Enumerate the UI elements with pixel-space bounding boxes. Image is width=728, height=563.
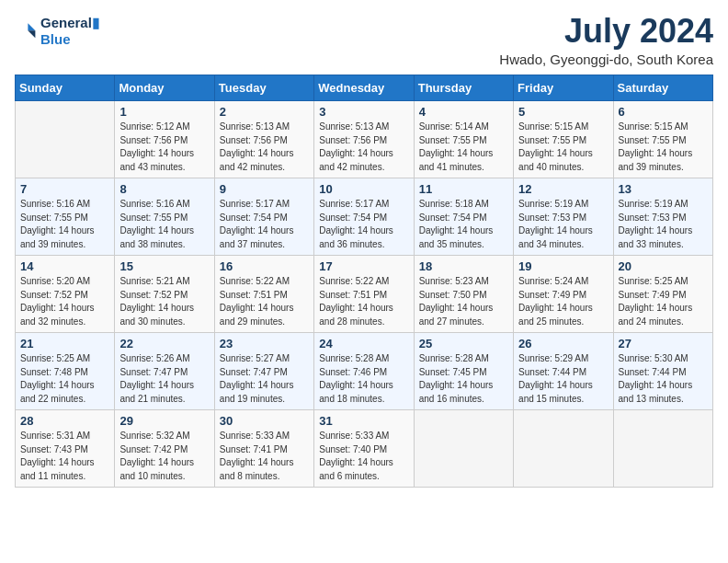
day-number: 12 [518,182,608,196]
week-row-1: 1Sunrise: 5:12 AM Sunset: 7:56 PM Daylig… [16,101,713,178]
calendar-cell: 11Sunrise: 5:18 AM Sunset: 7:54 PM Dayli… [414,178,513,256]
day-info: Sunrise: 5:28 AM Sunset: 7:46 PM Dayligh… [319,352,408,406]
calendar-cell: 25Sunrise: 5:28 AM Sunset: 7:45 PM Dayli… [414,333,513,410]
day-number: 3 [319,105,408,119]
day-info: Sunrise: 5:24 AM Sunset: 7:49 PM Dayligh… [518,275,608,328]
calendar-cell: 12Sunrise: 5:19 AM Sunset: 7:53 PM Dayli… [514,178,613,256]
day-info: Sunrise: 5:31 AM Sunset: 7:43 PM Dayligh… [20,430,109,483]
calendar-cell: 29Sunrise: 5:32 AM Sunset: 7:42 PM Dayli… [115,410,214,488]
calendar-cell: 19Sunrise: 5:24 AM Sunset: 7:49 PM Dayli… [514,256,613,333]
calendar-cell: 20Sunrise: 5:25 AM Sunset: 7:49 PM Dayli… [613,256,712,333]
calendar-cell: 4Sunrise: 5:14 AM Sunset: 7:55 PM Daylig… [414,101,513,178]
day-number: 6 [619,105,708,119]
calendar: SundayMondayTuesdayWednesdayThursdayFrid… [15,75,713,488]
logo-text: General▮ Blue [40,15,99,47]
weekday-header-saturday: Saturday [613,75,712,101]
day-info: Sunrise: 5:19 AM Sunset: 7:53 PM Dayligh… [518,198,608,251]
weekday-header-tuesday: Tuesday [214,75,313,101]
day-info: Sunrise: 5:25 AM Sunset: 7:49 PM Dayligh… [619,275,708,328]
day-number: 22 [119,337,209,350]
day-info: Sunrise: 5:29 AM Sunset: 7:44 PM Dayligh… [518,352,608,406]
logo-icon [15,20,37,42]
calendar-cell: 21Sunrise: 5:25 AM Sunset: 7:48 PM Dayli… [16,333,115,410]
day-number: 10 [319,182,408,196]
calendar-cell: 14Sunrise: 5:20 AM Sunset: 7:52 PM Dayli… [16,256,115,333]
calendar-cell: 23Sunrise: 5:27 AM Sunset: 7:47 PM Dayli… [214,333,313,410]
title-block: July 2024 Hwado, Gyeonggi-do, South Kore… [499,15,713,67]
day-info: Sunrise: 5:32 AM Sunset: 7:42 PM Dayligh… [119,430,209,483]
day-number: 28 [20,414,109,428]
calendar-cell: 24Sunrise: 5:28 AM Sunset: 7:46 PM Dayli… [314,333,414,410]
calendar-cell: 7Sunrise: 5:16 AM Sunset: 7:55 PM Daylig… [16,178,115,256]
weekday-header-sunday: Sunday [16,75,115,101]
day-info: Sunrise: 5:19 AM Sunset: 7:53 PM Dayligh… [619,198,708,251]
svg-marker-1 [28,30,35,38]
day-info: Sunrise: 5:30 AM Sunset: 7:44 PM Dayligh… [619,352,708,406]
calendar-cell: 15Sunrise: 5:21 AM Sunset: 7:52 PM Dayli… [115,256,214,333]
day-number: 29 [119,414,209,428]
day-number: 14 [20,259,109,273]
calendar-cell: 31Sunrise: 5:33 AM Sunset: 7:40 PM Dayli… [314,410,414,488]
day-info: Sunrise: 5:15 AM Sunset: 7:55 PM Dayligh… [518,121,608,174]
day-number: 2 [220,105,309,119]
day-number: 30 [220,414,309,428]
calendar-cell: 22Sunrise: 5:26 AM Sunset: 7:47 PM Dayli… [115,333,214,410]
calendar-cell: 1Sunrise: 5:12 AM Sunset: 7:56 PM Daylig… [115,101,214,178]
day-number: 16 [220,259,309,273]
logo: General▮ Blue [15,15,99,47]
day-info: Sunrise: 5:33 AM Sunset: 7:41 PM Dayligh… [220,430,309,483]
calendar-cell: 26Sunrise: 5:29 AM Sunset: 7:44 PM Dayli… [514,333,613,410]
week-row-4: 21Sunrise: 5:25 AM Sunset: 7:48 PM Dayli… [16,333,713,410]
calendar-cell: 6Sunrise: 5:15 AM Sunset: 7:55 PM Daylig… [613,101,712,178]
day-number: 21 [20,337,109,350]
calendar-cell: 30Sunrise: 5:33 AM Sunset: 7:41 PM Dayli… [214,410,313,488]
location: Hwado, Gyeonggi-do, South Korea [499,52,713,67]
day-number: 11 [419,182,508,196]
week-row-5: 28Sunrise: 5:31 AM Sunset: 7:43 PM Dayli… [16,410,713,488]
day-info: Sunrise: 5:12 AM Sunset: 7:56 PM Dayligh… [119,121,209,174]
week-row-2: 7Sunrise: 5:16 AM Sunset: 7:55 PM Daylig… [16,178,713,256]
calendar-cell [613,410,712,488]
day-number: 5 [518,105,608,119]
calendar-cell: 9Sunrise: 5:17 AM Sunset: 7:54 PM Daylig… [214,178,313,256]
calendar-cell: 10Sunrise: 5:17 AM Sunset: 7:54 PM Dayli… [314,178,414,256]
day-number: 8 [119,182,209,196]
calendar-cell [414,410,513,488]
svg-marker-0 [28,23,35,30]
day-number: 7 [20,182,109,196]
day-number: 15 [119,259,209,273]
day-info: Sunrise: 5:15 AM Sunset: 7:55 PM Dayligh… [619,121,708,174]
day-info: Sunrise: 5:25 AM Sunset: 7:48 PM Dayligh… [20,352,109,406]
day-number: 13 [619,182,708,196]
day-info: Sunrise: 5:18 AM Sunset: 7:54 PM Dayligh… [419,198,508,251]
weekday-header-wednesday: Wednesday [314,75,414,101]
day-number: 31 [319,414,408,428]
day-number: 27 [619,337,708,350]
day-number: 18 [419,259,508,273]
day-info: Sunrise: 5:17 AM Sunset: 7:54 PM Dayligh… [220,198,309,251]
day-number: 20 [619,259,708,273]
calendar-cell: 13Sunrise: 5:19 AM Sunset: 7:53 PM Dayli… [613,178,712,256]
calendar-cell: 3Sunrise: 5:13 AM Sunset: 7:56 PM Daylig… [314,101,414,178]
day-info: Sunrise: 5:13 AM Sunset: 7:56 PM Dayligh… [220,121,309,174]
day-info: Sunrise: 5:26 AM Sunset: 7:47 PM Dayligh… [119,352,209,406]
day-number: 9 [220,182,309,196]
month-title: July 2024 [499,15,713,48]
weekday-header-row: SundayMondayTuesdayWednesdayThursdayFrid… [16,75,713,101]
day-info: Sunrise: 5:33 AM Sunset: 7:40 PM Dayligh… [319,430,408,483]
page-header: General▮ Blue July 2024 Hwado, Gyeonggi-… [15,15,713,67]
calendar-cell: 27Sunrise: 5:30 AM Sunset: 7:44 PM Dayli… [613,333,712,410]
calendar-cell: 8Sunrise: 5:16 AM Sunset: 7:55 PM Daylig… [115,178,214,256]
day-number: 24 [319,337,408,350]
day-info: Sunrise: 5:14 AM Sunset: 7:55 PM Dayligh… [419,121,508,174]
calendar-cell: 17Sunrise: 5:22 AM Sunset: 7:51 PM Dayli… [314,256,414,333]
day-info: Sunrise: 5:22 AM Sunset: 7:51 PM Dayligh… [319,275,408,328]
day-info: Sunrise: 5:28 AM Sunset: 7:45 PM Dayligh… [419,352,508,406]
day-info: Sunrise: 5:16 AM Sunset: 7:55 PM Dayligh… [119,198,209,251]
calendar-cell [514,410,613,488]
day-info: Sunrise: 5:23 AM Sunset: 7:50 PM Dayligh… [419,275,508,328]
day-info: Sunrise: 5:22 AM Sunset: 7:51 PM Dayligh… [220,275,309,328]
calendar-cell: 28Sunrise: 5:31 AM Sunset: 7:43 PM Dayli… [16,410,115,488]
day-number: 17 [319,259,408,273]
day-info: Sunrise: 5:17 AM Sunset: 7:54 PM Dayligh… [319,198,408,251]
